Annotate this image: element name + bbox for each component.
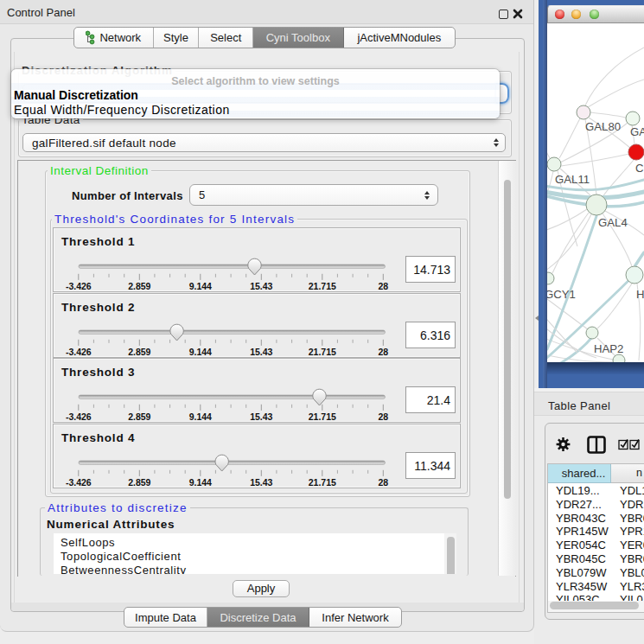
svg-text:-3.426: -3.426 <box>66 347 92 357</box>
svg-text:15.43: 15.43 <box>250 347 272 357</box>
svg-text:28: 28 <box>378 477 388 488</box>
svg-text:21.715: 21.715 <box>309 411 336 422</box>
svg-text:2.859: 2.859 <box>128 477 150 488</box>
svg-text:-3.426: -3.426 <box>66 281 92 291</box>
svg-text:-3.426: -3.426 <box>66 477 92 488</box>
svg-text:GAL11: GAL11 <box>555 173 590 186</box>
svg-text:28: 28 <box>378 411 388 422</box>
svg-text:HAP2: HAP2 <box>594 342 623 355</box>
svg-text:GCY1: GCY1 <box>547 288 576 301</box>
svg-text:28: 28 <box>378 281 388 291</box>
svg-text:2.859: 2.859 <box>128 281 150 291</box>
svg-text:2.859: 2.859 <box>128 411 150 422</box>
svg-text:15.43: 15.43 <box>250 411 272 422</box>
svg-text:9.144: 9.144 <box>189 347 212 357</box>
svg-text:GA: GA <box>630 125 644 138</box>
svg-text:9.144: 9.144 <box>189 281 212 291</box>
svg-text:GAL80: GAL80 <box>585 120 621 133</box>
svg-text:21.715: 21.715 <box>309 281 336 291</box>
svg-text:9.144: 9.144 <box>189 477 212 488</box>
svg-text:C: C <box>635 162 644 175</box>
svg-text:-3.426: -3.426 <box>66 411 92 422</box>
svg-text:H: H <box>636 288 644 301</box>
svg-text:9.144: 9.144 <box>189 411 212 422</box>
svg-text:GAL4: GAL4 <box>598 216 628 229</box>
svg-text:2.859: 2.859 <box>128 347 150 357</box>
svg-text:21.715: 21.715 <box>309 477 336 488</box>
svg-text:15.43: 15.43 <box>250 477 272 488</box>
svg-text:21.715: 21.715 <box>309 347 336 357</box>
svg-text:15.43: 15.43 <box>250 281 272 291</box>
svg-text:28: 28 <box>378 347 388 357</box>
